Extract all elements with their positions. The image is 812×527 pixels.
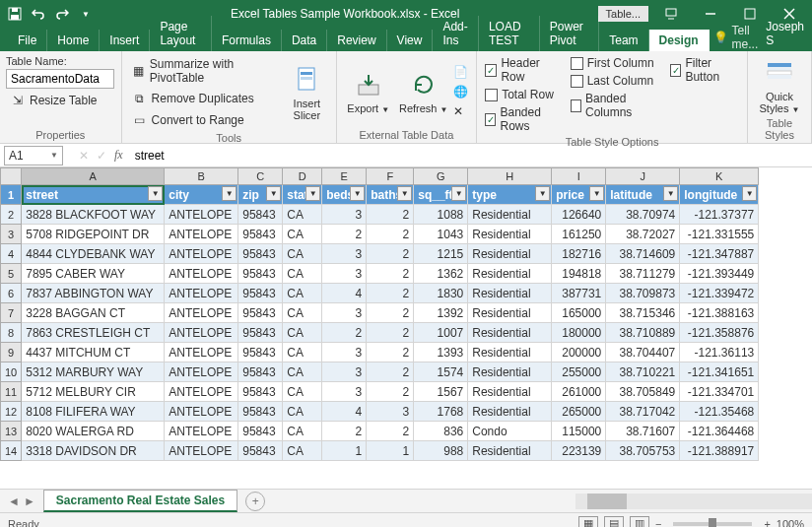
cell[interactable]: 4 <box>322 284 367 303</box>
cell[interactable]: -121.393449 <box>680 264 759 284</box>
cell[interactable]: 3 <box>322 205 367 225</box>
cell[interactable]: Residential <box>468 441 552 461</box>
add-sheet-button[interactable]: + <box>245 492 265 511</box>
filter-icon[interactable]: ▼ <box>535 186 550 201</box>
row-header[interactable]: 8 <box>1 323 22 343</box>
cell[interactable]: Residential <box>468 284 552 303</box>
row-header[interactable]: 12 <box>1 402 22 422</box>
table-header-cell[interactable]: type▼ <box>468 185 552 205</box>
cancel-icon[interactable]: ✕ <box>79 149 89 163</box>
tab-view[interactable]: View <box>387 30 434 51</box>
cell[interactable]: 5312 MARBURY WAY <box>22 362 165 382</box>
column-header[interactable]: I <box>552 168 606 185</box>
cell[interactable]: -121.364468 <box>680 422 759 441</box>
cell[interactable]: 2 <box>367 343 414 362</box>
cell[interactable]: 4437 MITCHUM CT <box>22 343 165 362</box>
filter-icon[interactable]: ▼ <box>222 186 237 201</box>
zoom-level[interactable]: 100% <box>777 518 804 528</box>
cell[interactable]: 1567 <box>414 382 468 402</box>
table-header-cell[interactable]: state▼ <box>283 185 322 205</box>
tab-data[interactable]: Data <box>282 30 327 51</box>
spreadsheet-grid[interactable]: ABCDEFGHIJK1street▼city▼zip▼state▼beds▼b… <box>0 167 812 489</box>
row-header[interactable]: 7 <box>1 303 22 323</box>
cell[interactable]: 38.710221 <box>606 362 680 382</box>
enter-icon[interactable]: ✓ <box>97 149 106 163</box>
tab-formulas[interactable]: Formulas <box>212 30 282 51</box>
cell[interactable]: 182716 <box>552 244 606 264</box>
cell[interactable]: CA <box>283 362 322 382</box>
cell[interactable]: 5712 MELBURY CIR <box>22 382 165 402</box>
cell[interactable]: CA <box>283 225 322 244</box>
unlink-icon[interactable]: ✕ <box>453 104 468 118</box>
cell[interactable]: ANTELOPE <box>165 402 238 422</box>
column-header[interactable]: J <box>606 168 680 185</box>
table-header-cell[interactable]: street▼ <box>22 185 165 205</box>
remove-duplicates-button[interactable]: ⧉Remove Duplicates <box>128 89 280 108</box>
convert-range-button[interactable]: ▭Convert to Range <box>128 110 280 130</box>
cell[interactable]: CA <box>283 264 322 284</box>
cell[interactable]: 38.705849 <box>606 382 680 402</box>
cell[interactable]: Residential <box>468 303 552 323</box>
table-header-cell[interactable]: price▼ <box>552 185 606 205</box>
cell[interactable]: 2 <box>322 422 367 441</box>
cell[interactable]: 1392 <box>414 303 468 323</box>
cell[interactable]: CA <box>283 402 322 422</box>
column-header[interactable]: C <box>238 168 283 185</box>
cell[interactable]: ANTELOPE <box>165 441 238 461</box>
cell[interactable]: 2 <box>322 323 367 343</box>
tell-me[interactable]: 💡 Tell me... <box>713 24 759 51</box>
tab-file[interactable]: File <box>8 30 47 51</box>
table-header-cell[interactable]: sq__ft▼ <box>414 185 468 205</box>
cell[interactable]: 988 <box>414 441 468 461</box>
last-column-checkbox[interactable]: Last Column <box>569 73 664 89</box>
cell[interactable]: -121.388917 <box>680 441 759 461</box>
zoom-in-icon[interactable]: + <box>764 518 770 528</box>
cell[interactable]: 38.704407 <box>606 343 680 362</box>
cell[interactable]: 1393 <box>414 343 468 362</box>
view-page-layout-icon[interactable]: ▤ <box>604 516 624 528</box>
filter-icon[interactable]: ▼ <box>350 186 365 201</box>
cell[interactable]: -121.36113 <box>680 343 759 362</box>
banded-columns-checkbox[interactable]: Banded Columns <box>569 91 664 120</box>
column-header[interactable]: H <box>468 168 552 185</box>
cell[interactable]: 1043 <box>414 225 468 244</box>
tab-power-pivot[interactable]: Power Pivot <box>540 16 599 51</box>
filter-icon[interactable]: ▼ <box>589 186 604 201</box>
cell[interactable]: CA <box>283 284 322 303</box>
cell[interactable]: -121.339472 <box>680 284 759 303</box>
banded-rows-checkbox[interactable]: ✓Banded Rows <box>483 104 565 134</box>
cell[interactable]: CA <box>283 205 322 225</box>
column-header[interactable]: A <box>22 168 165 185</box>
sheet-next-icon[interactable]: ► <box>24 494 35 508</box>
cell[interactable]: 38.717042 <box>606 402 680 422</box>
cell[interactable]: ANTELOPE <box>165 303 238 323</box>
cell[interactable]: 5708 RIDGEPOINT DR <box>22 225 165 244</box>
filter-icon[interactable]: ▼ <box>148 186 163 201</box>
tab-home[interactable]: Home <box>47 30 100 51</box>
row-header[interactable]: 9 <box>1 343 22 362</box>
cell[interactable]: 2 <box>367 422 414 441</box>
cell[interactable]: 1 <box>322 441 367 461</box>
zoom-slider[interactable] <box>673 522 752 526</box>
cell[interactable]: CA <box>283 244 322 264</box>
cell[interactable]: 1007 <box>414 323 468 343</box>
cell[interactable]: 2 <box>367 362 414 382</box>
cell[interactable]: ANTELOPE <box>165 264 238 284</box>
cell[interactable]: 387731 <box>552 284 606 303</box>
cell[interactable]: ANTELOPE <box>165 244 238 264</box>
cell[interactable]: 8020 WALERGA RD <box>22 422 165 441</box>
user-name[interactable]: Joseph S <box>758 16 812 51</box>
cell[interactable]: 165000 <box>552 303 606 323</box>
cell[interactable]: Residential <box>468 323 552 343</box>
tab-design[interactable]: Design <box>649 30 710 51</box>
table-header-cell[interactable]: latitude▼ <box>606 185 680 205</box>
filter-icon[interactable]: ▼ <box>742 186 757 201</box>
cell[interactable]: 95843 <box>238 264 283 284</box>
cell[interactable]: 3 <box>322 264 367 284</box>
cell[interactable]: -121.331555 <box>680 225 759 244</box>
cell[interactable]: 2 <box>367 205 414 225</box>
table-header-cell[interactable]: city▼ <box>165 185 238 205</box>
cell[interactable]: ANTELOPE <box>165 382 238 402</box>
row-header[interactable]: 10 <box>1 362 22 382</box>
cell[interactable]: 95843 <box>238 303 283 323</box>
